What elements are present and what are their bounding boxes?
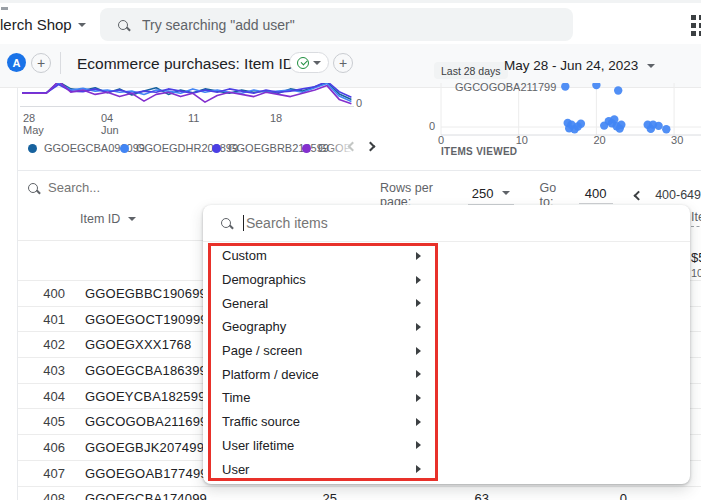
row-number: 405 [18,414,65,429]
account-switcher[interactable]: lerch Shop [0,16,86,33]
legend-dot-icon [212,144,221,153]
menu-item-label: Page / screen [222,343,302,358]
row-number: 404 [18,389,65,404]
menu-item-platform-device[interactable]: Platform / device [203,362,439,386]
prev-page-icon[interactable] [633,190,643,200]
chevron-down-icon [647,64,655,68]
rows-per-page-value: 250 [472,186,494,201]
menu-item-traffic-source[interactable]: Traffic source [203,410,439,434]
menu-item-general[interactable]: General [203,291,439,315]
add-comparison-button[interactable]: + [31,53,51,73]
dimension-search[interactable] [203,205,690,242]
submenu-arrow-icon [416,347,421,355]
submenu-arrow-icon [416,418,421,426]
item-id-header-label: Item ID [80,212,120,226]
report-header-bar: A + Ecommerce purchases: Item ID + Last … [0,44,701,88]
item-id-cell: GGCOGOBA211699 [85,414,208,429]
item-id-cell: GGOEGCBA186399 [85,363,207,378]
text-cursor [243,215,244,231]
dimension-picker-dropdown: CustomDemographicsGeneralGeographyPage /… [203,205,690,484]
page-range-text: 400-649 [655,188,701,202]
submenu-arrow-icon [416,299,421,307]
legend-next-icon[interactable] [366,142,376,152]
menu-item-label: User lifetime [222,438,294,453]
divider [18,170,701,171]
search-icon [118,20,128,30]
row-number: 408 [18,491,65,500]
item-id-cell: GGOEGOAB177499 [85,466,208,481]
rows-per-page-select[interactable]: 250 [468,186,514,205]
comparison-badge[interactable]: A [7,53,26,72]
submenu-arrow-icon [416,441,421,449]
menu-item-label: Custom [222,248,267,263]
scatter-point [654,122,662,130]
menu-item-demographics[interactable]: Demographics [203,268,439,292]
clipped-label-fragment [1,7,8,10]
item-id-cell: GGOEGOCT190999 [85,312,208,327]
header-divider [18,240,203,241]
item-id-cell: GGOEGXXX1768 [85,337,191,352]
menu-item-user-lifetime[interactable]: User lifetime [203,434,439,458]
row-number: 402 [18,337,65,352]
chevron-down-icon [502,191,510,195]
legend-item: GGOE [302,142,354,155]
account-name: lerch Shop [0,16,72,33]
line-chart [20,83,352,107]
menu-item-label: Traffic source [222,414,300,429]
scatter-point [617,121,625,129]
date-range-text: May 28 - Jun 24, 2023 [504,58,638,73]
scatter-point [592,83,600,89]
scatter-point [662,125,670,133]
global-search-input[interactable] [142,17,522,33]
scatter-point [614,86,622,94]
menu-item-label: Demographics [222,272,306,287]
legend-dot-icon [302,144,311,153]
line-chart-y-zero-label: 0 [356,97,362,109]
menu-item-geography[interactable]: Geography [203,315,439,339]
menu-item-label: Platform / device [222,367,319,382]
search-icon [28,183,38,193]
x-tick-label: 11 [188,112,199,124]
menu-item-time[interactable]: Time [203,386,439,410]
dimension-search-input[interactable] [246,215,546,231]
apps-grid-icon[interactable] [691,15,701,37]
dimension-category-list: CustomDemographicsGeneralGeographyPage /… [203,244,439,481]
submenu-arrow-icon [416,276,421,284]
x-tick-label: 28May [23,112,44,136]
submenu-arrow-icon [416,323,421,331]
menu-item-user[interactable]: User [203,457,439,481]
row-number: 403 [18,363,65,378]
legend-dot-icon [120,144,129,153]
clipped-total-percent: 10 [691,267,701,279]
report-status-badge[interactable] [289,52,329,73]
table-search[interactable] [28,180,188,195]
table-search-input[interactable] [48,180,188,195]
menu-item-page-screen[interactable]: Page / screen [203,339,439,363]
goto-page-input[interactable] [579,186,613,204]
row-number: 406 [18,440,65,455]
item-id-cell: GGOEGBJK207499 [85,440,204,455]
global-search[interactable] [100,8,573,41]
metric-cell: 63 [475,491,489,500]
add-report-button[interactable]: + [333,53,353,73]
menu-item-label: User [222,462,249,477]
x-tick-label: 18 [270,112,282,124]
item-id-cell: GGOEGCBA174099 [85,491,207,500]
submenu-arrow-icon [416,394,421,402]
line-chart-x-axis [20,106,354,107]
check-circle-icon [297,57,309,69]
menu-item-label: General [222,296,268,311]
row-number: 400 [18,286,65,301]
column-header-item-id[interactable]: Item ID [80,212,136,226]
item-id-cell: GGOEGBBC190699 [85,286,207,301]
scatter-point [561,83,569,91]
menu-item-custom[interactable]: Custom [203,244,439,268]
item-id-cell: GGOEYCBA182599 [85,389,206,404]
submenu-arrow-icon [416,465,421,473]
table-row: 408GGOEGCBA17409925630 [18,486,701,500]
date-range-picker[interactable]: May 28 - Jun 24, 2023 [504,58,655,73]
page-title: Ecommerce purchases: Item ID [77,55,294,73]
top-app-bar: lerch Shop [0,0,701,44]
submenu-arrow-icon [416,370,421,378]
row-number: 407 [18,466,65,481]
